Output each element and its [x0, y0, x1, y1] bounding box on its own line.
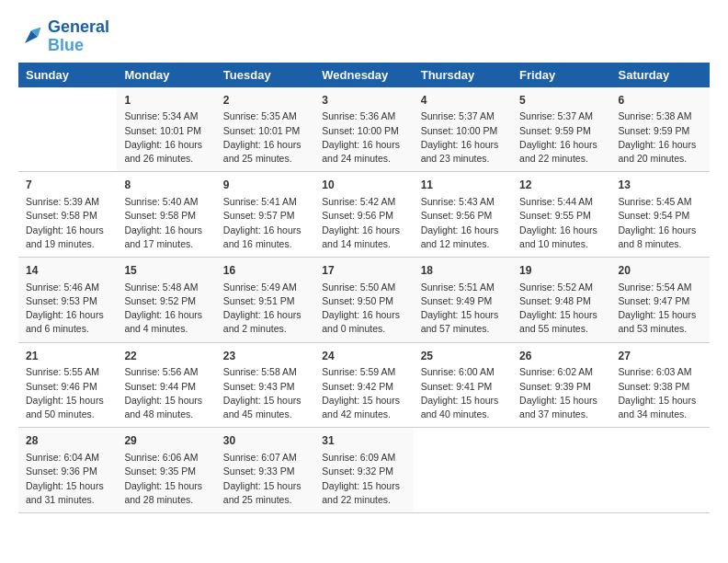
calendar-cell: 17 Sunrise: 5:50 AMSunset: 9:50 PMDaylig…: [314, 257, 413, 342]
day-header-saturday: Saturday: [611, 63, 710, 87]
calendar-cell: 28 Sunrise: 6:04 AMSunset: 9:36 PMDaylig…: [18, 428, 117, 513]
day-info: Sunrise: 6:06 AMSunset: 9:35 PMDaylight:…: [124, 451, 208, 507]
calendar-cell: 15 Sunrise: 5:48 AMSunset: 9:52 PMDaylig…: [117, 257, 215, 342]
calendar-cell: 9 Sunrise: 5:41 AMSunset: 9:57 PMDayligh…: [216, 172, 314, 258]
day-info: Sunrise: 6:00 AMSunset: 9:41 PMDaylight:…: [421, 365, 505, 421]
day-info: Sunrise: 5:55 AMSunset: 9:46 PMDaylight:…: [26, 365, 109, 421]
calendar-cell: 29 Sunrise: 6:06 AMSunset: 9:35 PMDaylig…: [117, 428, 215, 513]
day-number: 8: [124, 178, 208, 193]
calendar-cell: 11 Sunrise: 5:43 AMSunset: 9:56 PMDaylig…: [414, 172, 512, 258]
day-number: 6: [619, 93, 702, 109]
day-number: 27: [619, 349, 702, 364]
calendar-cell: 5 Sunrise: 5:37 AMSunset: 9:59 PMDayligh…: [512, 87, 610, 172]
day-info: Sunrise: 5:34 AMSunset: 10:01 PMDaylight…: [124, 109, 208, 166]
day-number: 19: [519, 263, 603, 279]
day-header-wednesday: Wednesday: [314, 63, 413, 87]
day-info: Sunrise: 5:41 AMSunset: 9:57 PMDaylight:…: [223, 195, 307, 251]
day-info: Sunrise: 5:42 AMSunset: 9:56 PMDaylight:…: [322, 195, 405, 251]
day-number: 7: [26, 178, 109, 193]
calendar-cell: 19 Sunrise: 5:52 AMSunset: 9:48 PMDaylig…: [512, 257, 610, 342]
calendar-week-5: 28 Sunrise: 6:04 AMSunset: 9:36 PMDaylig…: [18, 428, 710, 513]
day-info: Sunrise: 5:46 AMSunset: 9:53 PMDaylight:…: [26, 281, 109, 337]
calendar-cell: 3 Sunrise: 5:36 AMSunset: 10:00 PMDaylig…: [314, 87, 413, 172]
day-number: 23: [223, 349, 307, 364]
day-number: 30: [223, 433, 307, 449]
day-number: 11: [421, 178, 505, 193]
day-info: Sunrise: 5:51 AMSunset: 9:49 PMDaylight:…: [421, 281, 505, 337]
day-info: Sunrise: 5:49 AMSunset: 9:51 PMDaylight:…: [223, 281, 307, 337]
day-number: 22: [124, 349, 208, 364]
calendar-week-1: 1 Sunrise: 5:34 AMSunset: 10:01 PMDaylig…: [18, 87, 710, 172]
calendar-cell: 2 Sunrise: 5:35 AMSunset: 10:01 PMDaylig…: [216, 87, 314, 172]
day-number: 14: [26, 263, 109, 279]
calendar-cell: 30 Sunrise: 6:07 AMSunset: 9:33 PMDaylig…: [216, 428, 314, 513]
day-number: 13: [619, 178, 702, 193]
day-info: Sunrise: 5:38 AMSunset: 9:59 PMDaylight:…: [619, 109, 702, 166]
day-number: 18: [421, 263, 505, 279]
calendar-cell: 18 Sunrise: 5:51 AMSunset: 9:49 PMDaylig…: [414, 257, 512, 342]
calendar-cell: 25 Sunrise: 6:00 AMSunset: 9:41 PMDaylig…: [414, 342, 512, 428]
calendar-cell: 27 Sunrise: 6:03 AMSunset: 9:38 PMDaylig…: [611, 342, 710, 428]
calendar-cell: 16 Sunrise: 5:49 AMSunset: 9:51 PMDaylig…: [216, 257, 314, 342]
calendar-cell: 26 Sunrise: 6:02 AMSunset: 9:39 PMDaylig…: [512, 342, 610, 428]
day-info: Sunrise: 5:58 AMSunset: 9:43 PMDaylight:…: [223, 365, 307, 421]
day-info: Sunrise: 5:37 AMSunset: 10:00 PMDaylight…: [421, 109, 505, 166]
calendar-cell: [414, 428, 512, 513]
day-info: Sunrise: 6:02 AMSunset: 9:39 PMDaylight:…: [519, 365, 603, 421]
calendar-cell: 20 Sunrise: 5:54 AMSunset: 9:47 PMDaylig…: [611, 257, 710, 342]
calendar-week-3: 14 Sunrise: 5:46 AMSunset: 9:53 PMDaylig…: [18, 257, 710, 342]
day-number: 15: [124, 263, 208, 279]
day-info: Sunrise: 5:50 AMSunset: 9:50 PMDaylight:…: [322, 281, 405, 337]
day-number: 4: [421, 93, 505, 109]
day-number: 26: [519, 349, 603, 364]
day-info: Sunrise: 5:39 AMSunset: 9:58 PMDaylight:…: [26, 195, 109, 251]
day-number: 3: [322, 93, 405, 109]
calendar-cell: 7 Sunrise: 5:39 AMSunset: 9:58 PMDayligh…: [18, 172, 117, 258]
day-number: 31: [322, 433, 405, 449]
calendar-cell: [512, 428, 610, 513]
day-info: Sunrise: 6:03 AMSunset: 9:38 PMDaylight:…: [619, 365, 702, 421]
logo-icon: [18, 24, 44, 50]
calendar-cell: 4 Sunrise: 5:37 AMSunset: 10:00 PMDaylig…: [414, 87, 512, 172]
day-number: 17: [322, 263, 405, 279]
calendar-cell: 12 Sunrise: 5:44 AMSunset: 9:55 PMDaylig…: [512, 172, 610, 258]
day-header-thursday: Thursday: [414, 63, 512, 87]
logo: General Blue: [18, 18, 109, 55]
day-number: 5: [519, 93, 603, 109]
day-info: Sunrise: 5:54 AMSunset: 9:47 PMDaylight:…: [619, 281, 702, 337]
day-number: 10: [322, 178, 405, 193]
calendar-week-4: 21 Sunrise: 5:55 AMSunset: 9:46 PMDaylig…: [18, 342, 710, 428]
day-header-sunday: Sunday: [18, 63, 117, 87]
day-number: 28: [26, 433, 109, 449]
day-info: Sunrise: 5:45 AMSunset: 9:54 PMDaylight:…: [619, 195, 702, 251]
day-number: 25: [421, 349, 505, 364]
day-info: Sunrise: 5:44 AMSunset: 9:55 PMDaylight:…: [519, 195, 603, 251]
day-info: Sunrise: 5:36 AMSunset: 10:00 PMDaylight…: [322, 109, 405, 166]
calendar-cell: [18, 87, 117, 172]
calendar-cell: 24 Sunrise: 5:59 AMSunset: 9:42 PMDaylig…: [314, 342, 413, 428]
calendar-cell: 8 Sunrise: 5:40 AMSunset: 9:58 PMDayligh…: [117, 172, 215, 258]
calendar-cell: 1 Sunrise: 5:34 AMSunset: 10:01 PMDaylig…: [117, 87, 215, 172]
day-info: Sunrise: 5:59 AMSunset: 9:42 PMDaylight:…: [322, 365, 405, 421]
day-info: Sunrise: 5:43 AMSunset: 9:56 PMDaylight:…: [421, 195, 505, 251]
calendar-cell: 10 Sunrise: 5:42 AMSunset: 9:56 PMDaylig…: [314, 172, 413, 258]
day-number: 24: [322, 349, 405, 364]
day-number: 12: [519, 178, 603, 193]
day-info: Sunrise: 5:56 AMSunset: 9:44 PMDaylight:…: [124, 365, 208, 421]
calendar-cell: 31 Sunrise: 6:09 AMSunset: 9:32 PMDaylig…: [314, 428, 413, 513]
day-info: Sunrise: 6:07 AMSunset: 9:33 PMDaylight:…: [223, 451, 307, 507]
calendar-table: SundayMondayTuesdayWednesdayThursdayFrid…: [18, 63, 710, 513]
day-info: Sunrise: 5:37 AMSunset: 9:59 PMDaylight:…: [519, 109, 603, 166]
day-info: Sunrise: 5:35 AMSunset: 10:01 PMDaylight…: [223, 109, 307, 166]
day-header-tuesday: Tuesday: [216, 63, 314, 87]
calendar-cell: 13 Sunrise: 5:45 AMSunset: 9:54 PMDaylig…: [611, 172, 710, 258]
logo-text: General Blue: [48, 18, 109, 55]
calendar-cell: 21 Sunrise: 5:55 AMSunset: 9:46 PMDaylig…: [18, 342, 117, 428]
calendar-cell: 6 Sunrise: 5:38 AMSunset: 9:59 PMDayligh…: [611, 87, 710, 172]
calendar-cell: 14 Sunrise: 5:46 AMSunset: 9:53 PMDaylig…: [18, 257, 117, 342]
day-number: 20: [619, 263, 702, 279]
day-info: Sunrise: 5:52 AMSunset: 9:48 PMDaylight:…: [519, 281, 603, 337]
page-header: General Blue: [18, 18, 710, 55]
day-info: Sunrise: 5:40 AMSunset: 9:58 PMDaylight:…: [124, 195, 208, 251]
day-info: Sunrise: 6:09 AMSunset: 9:32 PMDaylight:…: [322, 451, 405, 507]
